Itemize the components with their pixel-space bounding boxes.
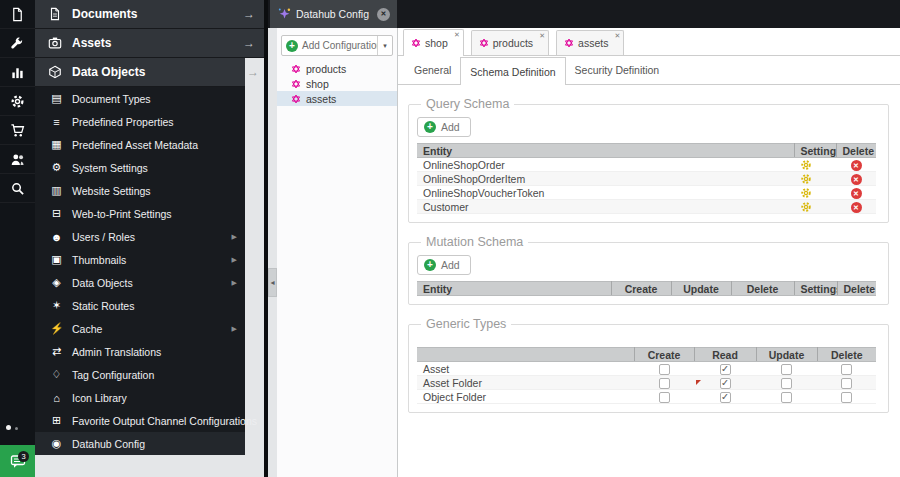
delete-cell[interactable] (817, 390, 876, 404)
delete-icon[interactable]: ✕ (851, 188, 862, 199)
column-header-entity[interactable]: Entity (417, 144, 794, 158)
column-header-update[interactable]: Update (756, 348, 817, 362)
table-row[interactable]: Asset Folder (417, 376, 876, 390)
add-configuration-split-button[interactable]: + Add Configuration ▾ (281, 35, 393, 56)
mutation-schema-add-button[interactable]: + Add (417, 255, 471, 275)
delete-cell[interactable]: ✕ (836, 158, 876, 172)
close-icon[interactable]: ✕ (539, 32, 545, 40)
delete-cell[interactable] (817, 376, 876, 390)
nav-header-assets[interactable]: Assets → (35, 29, 264, 58)
checkbox[interactable] (659, 392, 670, 403)
table-row[interactable]: OnlineShopOrder ✕ (417, 158, 876, 172)
table-row[interactable]: OnlineShopVoucherToken ✕ (417, 186, 876, 200)
table-row[interactable]: OnlineShopOrderItem ✕ (417, 172, 876, 186)
rail-tools-button[interactable] (0, 29, 35, 58)
add-configuration-dropdown[interactable]: ▾ (377, 36, 392, 55)
delete-icon[interactable]: ✕ (851, 160, 862, 171)
checkbox[interactable] (659, 378, 670, 389)
menu-item-system-settings[interactable]: ⚙ System Settings (35, 156, 245, 179)
delete-icon[interactable]: ✕ (851, 174, 862, 185)
checkbox[interactable] (781, 378, 792, 389)
config-item-assets[interactable]: assets (277, 91, 397, 106)
nav-header-documents[interactable]: Documents → (35, 0, 264, 29)
table-row-selected[interactable]: Customer ✕ (417, 200, 876, 214)
column-header-delete[interactable]: Delete (731, 282, 794, 296)
column-header-settings[interactable]: Settings (794, 282, 837, 296)
menu-item-thumbnails[interactable]: ▣ Thumbnails ▶ (35, 248, 245, 271)
close-icon[interactable]: ✕ (454, 31, 460, 39)
checkbox[interactable] (659, 364, 670, 375)
checkbox[interactable] (781, 392, 792, 403)
tab-products[interactable]: products ✕ (471, 30, 549, 55)
rail-ecommerce-button[interactable] (0, 116, 35, 145)
tab-general[interactable]: General (405, 57, 460, 84)
menu-item-admin-translations[interactable]: ⇄ Admin Translations (35, 340, 245, 363)
menu-item-users-roles[interactable]: ☻ Users / Roles ▶ (35, 225, 245, 248)
panel-collapse-handle[interactable]: ◂ (268, 268, 277, 297)
column-header-entity[interactable]: Entity (417, 282, 611, 296)
close-icon[interactable]: ✕ (615, 32, 621, 40)
menu-item-predefined-properties[interactable]: ≡ Predefined Properties (35, 110, 245, 133)
menu-item-static-routes[interactable]: ✶ Static Routes (35, 294, 245, 317)
settings-cell[interactable] (794, 186, 836, 200)
menu-item-cache[interactable]: ⚡ Cache ▶ (35, 317, 245, 340)
window-tab-datahub-config[interactable]: Datahub Config ✕ (270, 0, 397, 28)
query-schema-add-button[interactable]: + Add (417, 117, 471, 137)
checkbox[interactable] (841, 378, 852, 389)
create-cell[interactable] (634, 376, 694, 390)
create-cell[interactable] (634, 390, 694, 404)
gear-icon[interactable] (800, 187, 812, 199)
update-cell[interactable] (756, 362, 817, 376)
column-header-delete[interactable]: Delete (836, 144, 876, 158)
settings-cell[interactable] (794, 172, 836, 186)
delete-cell[interactable]: ✕ (836, 172, 876, 186)
config-item-shop[interactable]: shop (277, 76, 397, 91)
rail-search-button[interactable] (0, 174, 35, 203)
nav-header-data-objects[interactable]: Data Objects → (35, 58, 245, 87)
tab-schema-definition[interactable]: Schema Definition (460, 57, 565, 85)
delete-cell[interactable]: ✕ (836, 200, 876, 214)
config-item-products[interactable]: products (277, 61, 397, 76)
checkbox[interactable] (720, 392, 731, 403)
add-configuration-button[interactable]: + Add Configuration (282, 36, 377, 55)
checkbox[interactable] (841, 364, 852, 375)
delete-icon[interactable]: ✕ (851, 202, 862, 213)
menu-item-document-types[interactable]: ▤ Document Types (35, 87, 245, 110)
settings-cell[interactable] (794, 158, 836, 172)
rail-users-button[interactable] (0, 145, 35, 174)
menu-item-predefined-asset-metadata[interactable]: ▦ Predefined Asset Metadata (35, 133, 245, 156)
delete-cell[interactable]: ✕ (836, 186, 876, 200)
tab-assets[interactable]: assets ✕ (556, 30, 624, 55)
read-cell[interactable] (694, 390, 756, 404)
column-header-update[interactable]: Update (671, 282, 731, 296)
table-row[interactable]: Asset (417, 362, 876, 376)
gear-icon[interactable] (800, 173, 812, 185)
update-cell[interactable] (756, 390, 817, 404)
column-header-read[interactable]: Read (694, 348, 756, 362)
close-icon[interactable]: ✕ (377, 8, 390, 21)
gear-icon[interactable] (800, 201, 812, 213)
menu-item-favorite-output-channel-configurations[interactable]: ⊞ Favorite Output Channel Configurations (35, 409, 245, 432)
menu-item-web-to-print-settings[interactable]: ⊟ Web-to-Print Settings (35, 202, 245, 225)
checkbox[interactable] (720, 364, 731, 375)
column-header-create[interactable]: Create (634, 348, 694, 362)
menu-item-datahub-config[interactable]: ◉ Datahub Config (35, 432, 245, 455)
settings-cell[interactable] (794, 200, 836, 214)
menu-item-tag-configuration[interactable]: ♢ Tag Configuration (35, 363, 245, 386)
rail-reports-button[interactable] (0, 58, 35, 87)
rail-settings-button[interactable] (0, 87, 35, 116)
table-row[interactable]: Object Folder (417, 390, 876, 404)
tab-security-definition[interactable]: Security Definition (566, 57, 669, 84)
checkbox[interactable] (841, 392, 852, 403)
read-cell[interactable] (694, 362, 756, 376)
menu-item-website-settings[interactable]: ▥ Website Settings (35, 179, 245, 202)
rail-documents-button[interactable] (0, 0, 35, 29)
tab-shop[interactable]: shop ✕ (403, 29, 464, 56)
create-cell[interactable] (634, 362, 694, 376)
checkbox[interactable] (720, 378, 731, 389)
chat-button[interactable]: 3 (0, 445, 35, 477)
menu-item-icon-library[interactable]: ⌂ Icon Library (35, 386, 245, 409)
checkbox[interactable] (781, 364, 792, 375)
update-cell[interactable] (756, 376, 817, 390)
column-header-delete[interactable]: Delete (837, 282, 876, 296)
